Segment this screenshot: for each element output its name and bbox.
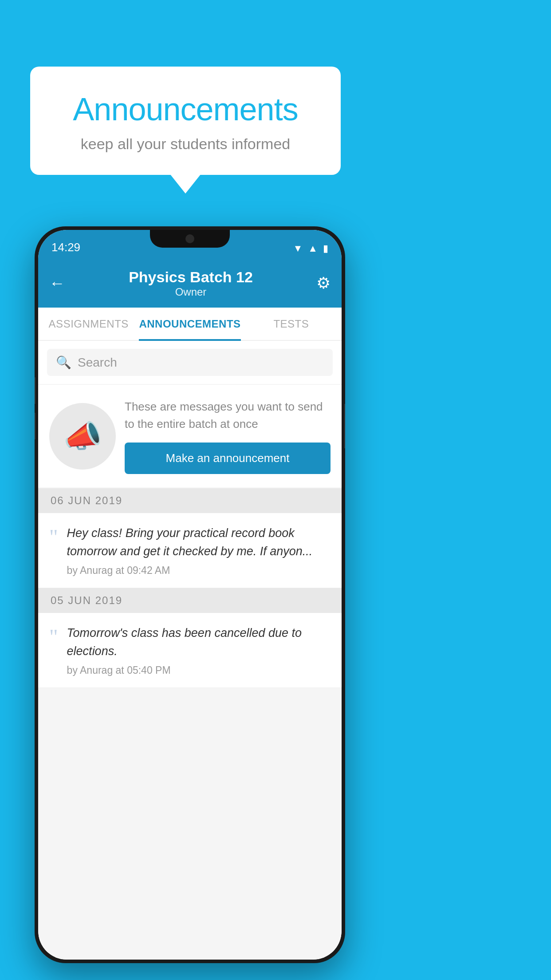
content-area: 🔍 Search 📣 These are messages you want t… (38, 341, 342, 960)
megaphone-icon: 📣 (63, 418, 102, 454)
status-icons: ▼ ▲ ▮ (293, 243, 328, 254)
promo-icon-circle: 📣 (49, 403, 116, 470)
speech-bubble-container: Announcements keep all your students inf… (30, 67, 341, 175)
speech-bubble-title: Announcements (57, 91, 314, 127)
phone-frame: 14:29 ▼ ▲ ▮ ← Physics Batch 12 Owner ⚙ (35, 226, 345, 963)
announcement-text-2: Tomorrow's class has been cancelled due … (67, 624, 331, 676)
date-separator-1: 06 JUN 2019 (38, 488, 342, 513)
volume-down-button[interactable] (35, 413, 35, 439)
announcement-item-2: " Tomorrow's class has been cancelled du… (38, 613, 342, 688)
quote-icon-2: " (49, 624, 58, 648)
phone-inner: 14:29 ▼ ▲ ▮ ← Physics Batch 12 Owner ⚙ (38, 230, 342, 960)
search-icon: 🔍 (56, 355, 71, 370)
announcement-author-2: by Anurag at 05:40 PM (67, 664, 331, 676)
battery-icon: ▮ (323, 243, 328, 254)
announcement-text-1: Hey class! Bring your practical record b… (67, 524, 331, 577)
promo-text: These are messages you want to send to t… (125, 398, 331, 433)
volume-up-button[interactable] (35, 377, 35, 404)
make-announcement-button[interactable]: Make an announcement (125, 443, 331, 474)
search-bar: 🔍 Search (38, 341, 342, 384)
announcement-message-1: Hey class! Bring your practical record b… (67, 524, 331, 560)
phone-screen: 14:29 ▼ ▲ ▮ ← Physics Batch 12 Owner ⚙ (38, 230, 342, 960)
promo-card: 📣 These are messages you want to send to… (38, 385, 342, 487)
status-time: 14:29 (51, 241, 80, 254)
announcement-author-1: by Anurag at 09:42 AM (67, 565, 331, 577)
power-button[interactable] (344, 404, 345, 448)
tab-bar: ASSIGNMENTS ANNOUNCEMENTS TESTS (38, 308, 342, 341)
header-title: Physics Batch 12 (65, 269, 316, 286)
tab-announcements[interactable]: ANNOUNCEMENTS (139, 308, 240, 340)
back-button[interactable]: ← (49, 274, 65, 292)
tab-assignments[interactable]: ASSIGNMENTS (38, 308, 139, 340)
app-header: ← Physics Batch 12 Owner ⚙ (38, 259, 342, 308)
phone-notch (150, 230, 230, 248)
wifi-icon: ▼ (293, 243, 303, 254)
tab-tests[interactable]: TESTS (241, 308, 342, 340)
settings-icon[interactable]: ⚙ (316, 274, 331, 292)
announcement-message-2: Tomorrow's class has been cancelled due … (67, 624, 331, 660)
search-input-wrap[interactable]: 🔍 Search (47, 349, 333, 376)
search-placeholder: Search (78, 356, 117, 370)
quote-icon-1: " (49, 524, 58, 548)
signal-icon: ▲ (308, 243, 318, 254)
header-title-container: Physics Batch 12 Owner (65, 269, 316, 298)
date-separator-2: 05 JUN 2019 (38, 588, 342, 613)
speech-bubble-subtitle: keep all your students informed (57, 135, 314, 153)
header-subtitle: Owner (65, 286, 316, 298)
announcement-item-1: " Hey class! Bring your practical record… (38, 513, 342, 588)
camera-dot (185, 234, 194, 243)
speech-bubble: Announcements keep all your students inf… (30, 67, 341, 175)
promo-right: These are messages you want to send to t… (125, 398, 331, 474)
